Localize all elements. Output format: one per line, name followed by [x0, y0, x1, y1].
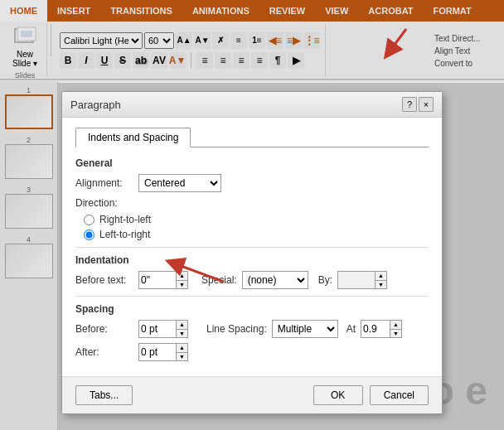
dialog-tab-indents-spacing[interactable]: Indents and Spacing [75, 128, 191, 147]
left-to-right-radio[interactable] [84, 229, 94, 240]
after-spacing-up[interactable]: ▲ [177, 344, 187, 353]
at-label: At [346, 323, 356, 335]
before-text-label: Before text: [75, 274, 133, 286]
special-select[interactable]: (none) [242, 271, 308, 289]
dialog-close-button[interactable]: × [419, 97, 434, 112]
at-spinner: ▲ ▼ [361, 320, 402, 338]
dialog-footer: Tabs... OK Cancel [62, 376, 442, 413]
after-spacing-spinner: ▲ ▼ [138, 343, 188, 361]
line-spacing-label: Line Spacing: [206, 323, 267, 335]
before-spacing-input[interactable] [138, 320, 177, 338]
dialog-body: Indents and Spacing General Alignment: C… [62, 118, 442, 376]
before-text-up[interactable]: ▲ [177, 272, 187, 281]
dialog-help-button[interactable]: ? [402, 97, 417, 112]
line-spacing-select[interactable]: Multiple [272, 320, 338, 338]
alignment-row: Alignment: Centered [75, 174, 429, 192]
dialog-ok-cancel: OK Cancel [313, 385, 429, 405]
before-spacing-down[interactable]: ▼ [177, 330, 187, 338]
spacing-section-label: Spacing [75, 303, 429, 315]
after-spacing-label: After: [75, 346, 133, 358]
before-text-arrows: ▲ ▼ [177, 271, 188, 289]
section-divider-2 [75, 296, 429, 297]
before-text-spinner: ▲ ▼ [138, 271, 188, 289]
before-spacing-spinner: ▲ ▼ [138, 320, 188, 338]
left-to-right-row: Left-to-right [84, 229, 429, 240]
after-spacing-down[interactable]: ▼ [177, 353, 187, 361]
left-to-right-label: Left-to-right [99, 229, 150, 240]
before-spacing-arrows: ▲ ▼ [177, 320, 188, 338]
by-input[interactable] [337, 271, 376, 289]
cancel-button[interactable]: Cancel [370, 385, 429, 405]
special-label: Special: [201, 274, 237, 286]
at-arrows: ▲ ▼ [390, 320, 402, 338]
before-spacing-label: Before: [75, 323, 133, 335]
at-input[interactable] [361, 320, 390, 338]
spacing-row-1: Before: ▲ ▼ Line Spacing: Multiple At [75, 320, 429, 338]
right-to-left-label: Right-to-left [99, 214, 151, 225]
dialog-title: Paragraph [70, 99, 121, 111]
indentation-section-label: Indentation [75, 254, 429, 266]
tabs-button[interactable]: Tabs... [75, 385, 133, 405]
dialog-control-buttons: ? × [402, 97, 434, 112]
alignment-select[interactable]: Centered [138, 174, 221, 192]
dialog-overlay: Paragraph ? × Indents and Spacing Genera… [0, 0, 504, 430]
right-to-left-row: Right-to-left [84, 214, 429, 225]
at-up[interactable]: ▲ [390, 321, 401, 330]
after-spacing-input[interactable] [138, 343, 177, 361]
direction-label: Direction: [75, 197, 133, 209]
at-down[interactable]: ▼ [390, 330, 401, 338]
section-divider-1 [75, 247, 429, 248]
dialog-titlebar: Paragraph ? × [62, 92, 442, 118]
paragraph-dialog: Paragraph ? × Indents and Spacing Genera… [61, 91, 443, 414]
by-arrows: ▲ ▼ [376, 271, 387, 289]
after-spacing-arrows: ▲ ▼ [177, 343, 188, 361]
general-section-label: General [75, 157, 429, 169]
indentation-row: Before text: ▲ ▼ Special: (none) By: ▲ [75, 271, 429, 289]
direction-row: Direction: [75, 197, 429, 209]
by-spinner: ▲ ▼ [337, 271, 387, 289]
by-label: By: [318, 274, 332, 286]
before-text-down[interactable]: ▼ [177, 281, 187, 289]
alignment-label: Alignment: [75, 177, 133, 189]
spacing-row-2: After: ▲ ▼ [75, 343, 429, 361]
ok-button[interactable]: OK [313, 385, 363, 405]
right-to-left-radio[interactable] [84, 215, 94, 225]
by-up[interactable]: ▲ [376, 272, 386, 281]
dialog-tab-strip: Indents and Spacing [75, 128, 429, 147]
before-text-input[interactable] [138, 271, 177, 289]
before-spacing-up[interactable]: ▲ [177, 321, 187, 330]
by-down[interactable]: ▼ [376, 281, 386, 289]
